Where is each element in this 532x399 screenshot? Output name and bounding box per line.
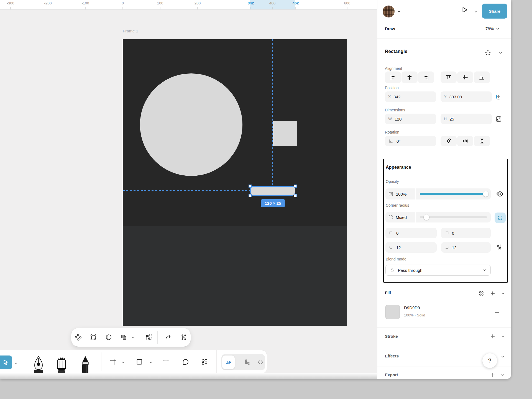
radius-top-right-field[interactable]: 0	[441, 228, 491, 238]
fill-add-icon[interactable]	[490, 290, 496, 296]
flow-connector-icon[interactable]	[165, 334, 172, 341]
height-field-value: 25	[449, 117, 454, 121]
corner-radius-slider[interactable]	[416, 212, 491, 222]
blend-mode-label: Blend mode	[386, 257, 406, 261]
edit-object-icon[interactable]	[90, 334, 97, 341]
opacity-field[interactable]: 100%	[385, 188, 415, 200]
flatten-selection-icon[interactable]	[145, 334, 152, 341]
object-section-chevron-icon[interactable]	[498, 51, 503, 55]
resize-handle-top-left[interactable]	[249, 185, 252, 188]
mask-icon[interactable]	[105, 334, 112, 341]
export-add-icon[interactable]	[490, 372, 496, 378]
corner-radius-value: Mixed	[396, 215, 407, 220]
pencil-tool-icon[interactable]	[79, 356, 91, 374]
align-bottom-button[interactable]	[474, 71, 490, 83]
align-center-horizontal-button[interactable]	[401, 71, 418, 83]
swap-nodes-icon[interactable]	[180, 334, 187, 341]
flip-vertical-button[interactable]	[474, 136, 490, 146]
measure-tool-icon[interactable]	[244, 359, 251, 365]
alignment-label: Alignment	[385, 66, 402, 71]
present-icon[interactable]	[461, 6, 469, 14]
present-chevron-icon[interactable]	[474, 9, 478, 14]
export-title: Export	[385, 372, 398, 377]
ink-brush-tool-icon[interactable]	[55, 356, 68, 374]
fill-section-chevron-icon[interactable]	[501, 291, 505, 296]
radius-bottom-right-field[interactable]: 12	[441, 242, 491, 253]
fill-color-swatch[interactable]	[385, 305, 400, 319]
ruler-tick: -300	[7, 1, 14, 5]
corner-radius-field[interactable]: Mixed	[385, 212, 415, 222]
radius-bottom-left-value: 12	[396, 245, 401, 250]
stroke-add-icon[interactable]	[490, 333, 496, 339]
text-tool-icon[interactable]	[163, 359, 169, 365]
styles-dots-icon[interactable]	[484, 49, 492, 57]
shape-tool-chevron-icon[interactable]	[149, 360, 153, 364]
rotation-field[interactable]: 0°	[385, 136, 436, 146]
height-field[interactable]: H 25	[441, 114, 492, 124]
ellipse-shape[interactable]	[140, 73, 242, 176]
stroke-section-chevron-icon[interactable]	[501, 334, 505, 339]
draw-tool-button[interactable]	[222, 355, 235, 369]
width-field[interactable]: W 120	[385, 114, 436, 124]
resize-handle-top-right[interactable]	[294, 185, 297, 188]
flip-horizontal-button[interactable]	[457, 136, 473, 146]
align-left-button[interactable]	[385, 71, 401, 83]
radius-top-left-field[interactable]: 0	[385, 228, 437, 238]
frame-body-lower[interactable]	[123, 226, 347, 326]
x-field-label: X	[388, 94, 391, 99]
visibility-eye-icon[interactable]	[496, 190, 504, 198]
window-bottom-edge	[0, 373, 377, 379]
fill-styles-icon[interactable]	[478, 290, 484, 296]
zoom-menu[interactable]: 78%	[485, 26, 500, 31]
frame-tool-chevron-icon[interactable]	[121, 360, 125, 364]
align-top-button[interactable]	[441, 71, 457, 83]
y-position-field[interactable]: Y 393.09	[441, 91, 492, 102]
tidy-up-icon[interactable]	[75, 334, 81, 341]
avatar-chevron-icon[interactable]	[397, 9, 401, 14]
fill-hex-value[interactable]: D9D9D9	[404, 305, 420, 310]
opacity-label: Opacity	[386, 179, 399, 184]
annotate-tool-group	[221, 354, 265, 370]
selected-rectangle[interactable]	[250, 186, 295, 196]
boolean-chevron-icon[interactable]	[131, 335, 135, 340]
absolute-position-icon[interactable]	[495, 93, 502, 100]
radius-bottom-left-field[interactable]: 12	[385, 242, 437, 253]
pen-tool-icon[interactable]	[32, 356, 45, 374]
export-section-chevron-icon[interactable]	[501, 373, 505, 377]
blend-mode-select[interactable]: Pass through	[385, 265, 491, 276]
move-tool-chevron-icon[interactable]	[14, 361, 18, 365]
shape-tool-icon[interactable]	[136, 359, 143, 365]
position-label: Position	[385, 86, 399, 90]
mode-label[interactable]: Draw	[385, 26, 395, 31]
corner-options-icon[interactable]	[495, 243, 503, 251]
frame-name-label[interactable]: Frame 1	[123, 29, 138, 33]
opacity-slider-thumb[interactable]	[483, 191, 488, 197]
angle-icon	[388, 138, 394, 144]
align-right-button[interactable]	[418, 71, 434, 83]
help-button[interactable]: ?	[482, 353, 497, 368]
resize-handle-bottom-left[interactable]	[249, 194, 252, 197]
constrain-proportions-icon[interactable]	[495, 116, 502, 122]
align-center-vertical-button[interactable]	[457, 71, 473, 83]
share-button[interactable]: Share	[482, 4, 507, 19]
resize-handle-bottom-right[interactable]	[294, 194, 297, 197]
horizontal-ruler[interactable]: -300 -200 -100 0 100 200 342 400 462 600	[0, 0, 377, 10]
opacity-slider[interactable]	[416, 188, 491, 200]
fill-remove-icon[interactable]	[494, 309, 500, 316]
comment-tool-icon[interactable]	[182, 359, 189, 365]
actions-tool-icon[interactable]	[201, 359, 208, 365]
ruler-tick: 200	[195, 1, 201, 5]
boolean-union-icon[interactable]	[121, 334, 127, 341]
rotate-90-button[interactable]	[441, 136, 457, 146]
independent-corners-button[interactable]	[495, 213, 506, 223]
selection-toolbar	[71, 328, 191, 347]
corner-radius-slider-thumb[interactable]	[424, 214, 429, 220]
dev-mode-tool-icon[interactable]	[257, 359, 264, 365]
effects-section-chevron-icon[interactable]	[501, 355, 505, 359]
square-shape[interactable]	[273, 121, 297, 146]
frame-tool-icon[interactable]	[110, 359, 116, 365]
corner-brackets-icon	[388, 215, 393, 220]
avatar[interactable]	[383, 6, 395, 17]
x-position-field[interactable]: X 342	[385, 91, 436, 102]
move-tool-button[interactable]	[0, 355, 12, 369]
